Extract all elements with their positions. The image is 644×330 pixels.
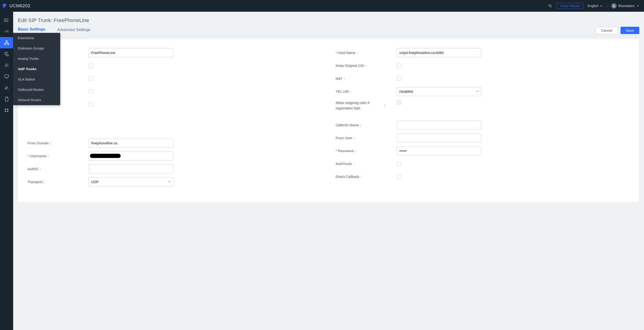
svg-line-9 [6, 31, 8, 32]
nat-checkbox[interactable] [397, 77, 401, 81]
tab-advanced-settings[interactable]: Advanced Settings [57, 27, 90, 35]
allow-outgoing-fail-checkbox[interactable] [397, 100, 401, 104]
provider-name-input[interactable] [88, 48, 173, 57]
flyout-item-analog-trunks[interactable]: Analog Trunks [13, 53, 60, 64]
keep-cid-checkbox[interactable] [397, 64, 401, 68]
setup-wizard-button[interactable]: Setup Wizard [556, 3, 583, 9]
tel-uri-select[interactable] [397, 87, 481, 96]
svg-point-0 [549, 4, 551, 6]
svg-point-17 [6, 65, 7, 66]
svg-rect-23 [5, 111, 6, 112]
user-avatar-icon [611, 3, 616, 8]
flyout-item-inbound-routes[interactable]: Inbound Routes [13, 95, 60, 105]
sidebar-rail [0, 12, 13, 330]
chevron-down-icon [636, 4, 639, 7]
checkbox-hidden-2[interactable] [88, 77, 93, 81]
rail-file-icon[interactable] [0, 93, 13, 105]
svg-rect-22 [7, 109, 8, 110]
host-name-input[interactable] [397, 48, 481, 57]
label-from-user: From User: [336, 136, 397, 140]
logo-area: UCM6202 [2, 3, 30, 9]
label-password: *Password: [336, 149, 397, 153]
search-icon[interactable] [548, 4, 552, 8]
rail-network-icon[interactable] [0, 37, 13, 48]
redacted-overlay [90, 154, 120, 158]
rail-phone-icon[interactable] [0, 48, 13, 60]
authid-input[interactable] [88, 165, 173, 173]
main-content: Edit SIP Trunk: FreePhoneLine Basic Sett… [13, 12, 644, 330]
rail-gear-icon[interactable] [0, 60, 13, 71]
label-from-domain: From Domain: [28, 141, 88, 145]
label-authid: AuthID: [28, 167, 88, 171]
sidebar-flyout: ExtensionsExtension GroupsAnalog TrunksV… [13, 33, 60, 105]
user-menu[interactable]: Bluewaters [611, 3, 639, 8]
svg-point-2 [613, 5, 614, 6]
checkbox-hidden-4[interactable] [88, 102, 93, 107]
rail-tools-icon[interactable] [0, 82, 13, 93]
label-allow-outgoing-fail: Allow outgoing calls if registration fai… [336, 100, 387, 111]
rail-apps-icon[interactable] [0, 105, 13, 116]
header-right: Setup Wizard English Bluewaters [548, 3, 639, 9]
label-transport: Transport: [28, 180, 88, 184]
label-callerid-name: CallerID Name: [336, 123, 397, 127]
svg-point-7 [4, 20, 5, 20]
rail-gauge-icon[interactable] [0, 26, 13, 37]
top-header: UCM6202 Setup Wizard English Bluewaters [0, 0, 644, 12]
language-selector[interactable]: English [588, 4, 603, 8]
rail-monitor-icon[interactable] [0, 71, 13, 82]
checkbox-hidden-3[interactable] [88, 89, 93, 94]
from-user-input[interactable] [397, 134, 481, 143]
label-tel-uri: TEL URI: [336, 89, 397, 93]
page-title: Edit SIP Trunk: FreePhoneLine [18, 12, 639, 27]
tabs-row: Basic Settings Advanced Settings Cancel … [18, 27, 639, 36]
chevron-down-icon [600, 4, 603, 7]
checkbox-hidden-1[interactable] [88, 64, 93, 68]
language-label: English [588, 4, 598, 8]
label-authtrunk: AuthTrunk: [336, 162, 397, 166]
direct-callback-checkbox[interactable] [397, 175, 401, 179]
from-domain-input[interactable] [88, 139, 173, 148]
password-input[interactable] [397, 147, 481, 155]
svg-rect-24 [7, 111, 8, 112]
flyout-item-voip-trunks[interactable]: VoIP Trunks [13, 64, 60, 74]
svg-point-8 [4, 21, 5, 22]
label-direct-callback: Direct Callback: [336, 175, 397, 179]
flyout-item-extension-groups[interactable]: Extension Groups [13, 43, 60, 53]
form-column-left: k: : From Domain: [28, 46, 322, 188]
flyout-item-extensions[interactable]: Extensions [13, 33, 60, 43]
label-nat: NAT: [336, 77, 397, 81]
form-column-right: *Host Name: Keep Original CID: NAT: [336, 46, 630, 188]
svg-rect-11 [4, 44, 6, 45]
svg-line-1 [551, 6, 552, 7]
authtrunk-checkbox[interactable] [397, 162, 401, 166]
svg-rect-12 [8, 44, 9, 45]
label-host-name: *Host Name: [336, 51, 397, 55]
device-model: UCM6202 [10, 3, 30, 8]
flyout-item-sla-station[interactable]: SLA Station [13, 74, 60, 84]
label-keep-cid: Keep Original CID: [336, 64, 397, 68]
svg-rect-21 [5, 109, 6, 110]
svg-rect-18 [5, 75, 9, 77]
save-button[interactable]: Save [620, 27, 639, 34]
form-surface: k: : From Domain: [18, 39, 639, 202]
separator [607, 3, 607, 8]
brand-logo-icon [2, 3, 8, 9]
label-username: *Username: [28, 154, 88, 158]
rail-list-icon[interactable] [0, 14, 13, 26]
svg-point-6 [4, 19, 5, 19]
flyout-item-outbound-routes[interactable]: Outbound Routes [13, 84, 60, 95]
user-name: Bluewaters [618, 4, 634, 8]
transport-select[interactable] [88, 177, 173, 186]
svg-rect-10 [6, 41, 7, 42]
callerid-name-input[interactable] [397, 121, 481, 130]
cancel-button[interactable]: Cancel [596, 27, 618, 34]
